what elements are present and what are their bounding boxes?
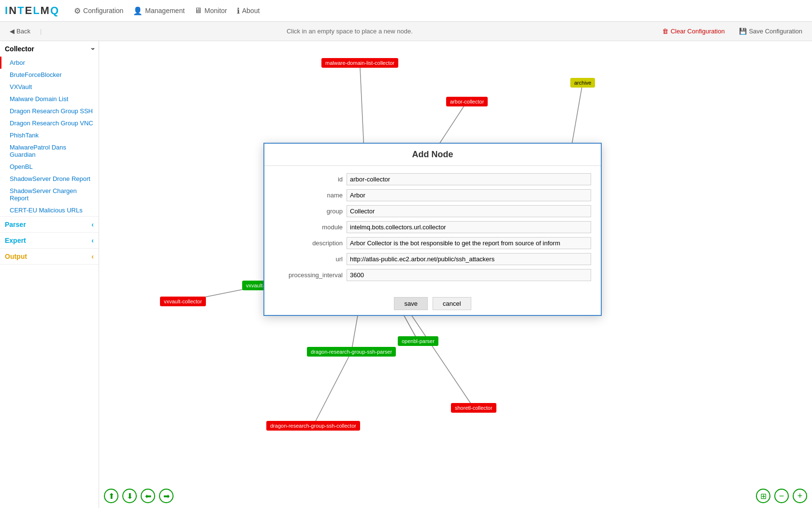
sidebar-section-expert: Expert‹ — [0, 233, 99, 249]
modal-footer: save cancel — [264, 292, 601, 315]
modal-title: Add Node — [264, 144, 601, 166]
save-icon: 💾 — [739, 28, 747, 35]
sidebar: Collector‹ArborBruteForceBlockerVXVaultM… — [0, 41, 99, 508]
sidebar-section-output: Output‹ — [0, 249, 99, 265]
sidebar-section-header-collector[interactable]: Collector‹ — [0, 41, 99, 57]
sidebar-section-parser: Parser‹ — [0, 217, 99, 233]
field-description-input[interactable] — [347, 237, 591, 249]
modal-overlay: Add Node id name group modu — [99, 41, 812, 508]
field-id-input[interactable] — [347, 173, 591, 185]
field-processing-interval-input[interactable] — [347, 269, 591, 281]
sidebar-item-shadowserver-chargen-report[interactable]: ShadowServer Chargen Report — [0, 185, 99, 204]
field-module-input[interactable] — [347, 221, 591, 233]
field-url-label: url — [274, 255, 347, 263]
chevron-icon-output: ‹ — [91, 253, 94, 260]
sidebar-item-dragon-research-group-vnc[interactable]: Dragon Research Group VNC — [0, 117, 99, 129]
sidebar-item-malwarepatrol-dans-guardian[interactable]: MalwarePatrol Dans Guardian — [0, 141, 99, 161]
field-url-input[interactable] — [347, 253, 591, 265]
clear-configuration-button[interactable]: 🗑 Clear Configuration — [657, 26, 729, 37]
main-layout: Collector‹ArborBruteForceBlockerVXVaultM… — [0, 41, 812, 508]
back-icon: ◀ — [10, 28, 14, 35]
sidebar-item-malware-domain-list[interactable]: Malware Domain List — [0, 93, 99, 105]
field-processing-interval-row: processing_interval — [274, 269, 591, 281]
field-module-row: module — [274, 221, 591, 233]
app-logo: INTELMQ — [5, 4, 59, 17]
field-name-row: name — [274, 189, 591, 201]
field-name-input[interactable] — [347, 189, 591, 201]
nav-about[interactable]: ℹ About — [237, 6, 260, 15]
toolbar: ◀ Back | Click in an empty space to plac… — [0, 22, 812, 41]
sidebar-section-header-parser[interactable]: Parser‹ — [0, 217, 99, 232]
field-id-label: id — [274, 176, 347, 183]
sidebar-item-dragon-research-group-ssh[interactable]: Dragon Research Group SSH — [0, 105, 99, 117]
sidebar-item-vxvault[interactable]: VXVault — [0, 81, 99, 93]
sidebar-item-phishtank[interactable]: PhishTank — [0, 129, 99, 141]
chevron-icon-expert: ‹ — [91, 237, 94, 244]
field-module-label: module — [274, 224, 347, 231]
field-url-row: url — [274, 253, 591, 265]
sidebar-item-openbl[interactable]: OpenBL — [0, 161, 99, 173]
sidebar-section-header-expert[interactable]: Expert‹ — [0, 233, 99, 248]
trash-icon: 🗑 — [662, 28, 668, 35]
nav-management[interactable]: 👤 Management — [133, 6, 185, 15]
sidebar-item-shadowserver-drone-report[interactable]: ShadowServer Drone Report — [0, 173, 99, 185]
monitor-icon: 🖥 — [194, 6, 202, 15]
back-button[interactable]: ◀ Back — [5, 26, 35, 37]
sidebar-section-collector: Collector‹ArborBruteForceBlockerVXVaultM… — [0, 41, 99, 217]
sidebar-item-cert-eu-malicious-urls[interactable]: CERT-EU Malicious URLs — [0, 204, 99, 216]
field-processing-interval-label: processing_interval — [274, 271, 347, 279]
toolbar-right: 🗑 Clear Configuration 💾 Save Configurati… — [657, 26, 807, 37]
save-button[interactable]: save — [394, 297, 427, 310]
top-navigation: INTELMQ ⚙ Configuration 👤 Management 🖥 M… — [0, 0, 812, 22]
chevron-icon-parser: ‹ — [91, 221, 94, 228]
field-description-row: description — [274, 237, 591, 249]
field-description-label: description — [274, 239, 347, 247]
field-group-label: group — [274, 208, 347, 215]
about-icon: ℹ — [237, 6, 240, 15]
management-icon: 👤 — [133, 6, 143, 15]
modal-body: id name group module — [264, 166, 601, 292]
save-configuration-button[interactable]: 💾 Save Configuration — [734, 26, 807, 37]
sidebar-section-header-output[interactable]: Output‹ — [0, 249, 99, 264]
cancel-button[interactable]: cancel — [433, 297, 471, 310]
field-group-row: group — [274, 205, 591, 217]
toolbar-hint: Click in an empty space to place a new n… — [46, 28, 652, 35]
configuration-icon: ⚙ — [74, 6, 81, 15]
sidebar-item-bruteforceblocker[interactable]: BruteForceBlocker — [0, 69, 99, 81]
field-name-label: name — [274, 192, 347, 199]
chevron-icon-collector: ‹ — [89, 48, 97, 50]
canvas-area[interactable]: Add Node id name group modu — [99, 41, 812, 508]
add-node-modal: Add Node id name group modu — [263, 143, 602, 316]
field-id-row: id — [274, 173, 591, 185]
field-group-input[interactable] — [347, 205, 591, 217]
sidebar-item-arbor[interactable]: Arbor — [0, 57, 99, 69]
nav-monitor[interactable]: 🖥 Monitor — [194, 6, 227, 15]
nav-configuration[interactable]: ⚙ Configuration — [74, 6, 123, 15]
